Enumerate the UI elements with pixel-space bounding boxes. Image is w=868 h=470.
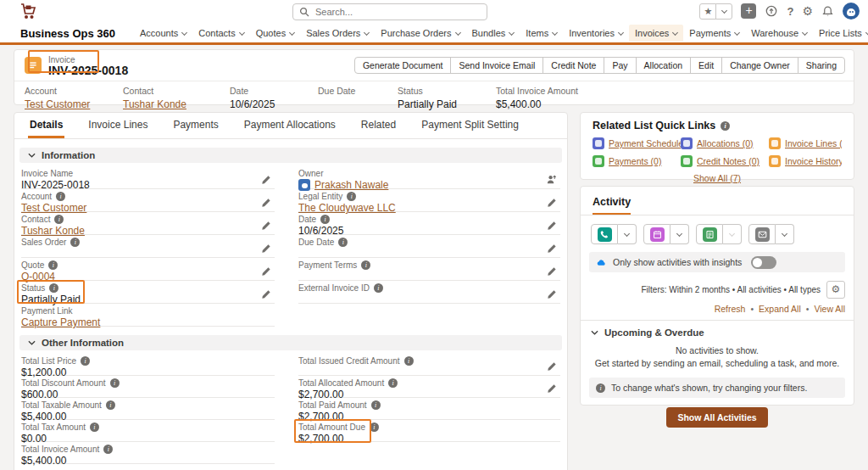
favorites-star-icon[interactable]: ★ (699, 3, 716, 20)
nav-tab-inventories[interactable]: Inventories (563, 25, 629, 42)
edit-pencil-icon[interactable] (547, 383, 557, 394)
nav-tab-quotes[interactable]: Quotes (250, 25, 300, 42)
nav-tab-payments[interactable]: Payments (683, 25, 745, 42)
guidance-center-icon[interactable] (765, 4, 778, 18)
chevron-down-icon[interactable] (364, 29, 370, 35)
filters-gear-icon[interactable]: ⚙ (826, 281, 845, 299)
chevron-down-icon[interactable] (181, 29, 187, 35)
related-link-payments[interactable]: Payments (0) (593, 155, 681, 167)
section-other-information[interactable]: Other Information (19, 335, 562, 350)
info-icon[interactable] (388, 378, 398, 388)
edit-pencil-icon[interactable] (261, 266, 271, 277)
nav-tab-price-lists[interactable]: Price Lists (813, 25, 868, 42)
info-icon[interactable] (320, 215, 330, 224)
info-icon[interactable] (54, 215, 64, 224)
related-link-label[interactable]: Invoice History (1) (785, 156, 842, 166)
sharing-button[interactable]: Sharing (798, 57, 845, 74)
chevron-down-icon[interactable] (239, 29, 245, 35)
notifications-bell-icon[interactable] (821, 5, 834, 18)
send-invoice-email-button[interactable]: Send Invoice Email (450, 57, 543, 74)
chevron-down-icon[interactable] (509, 29, 515, 35)
view-all-link[interactable]: View All (814, 304, 845, 314)
log-a-call-button[interactable] (591, 224, 618, 244)
related-link-invoice-history[interactable]: Invoice History (1) (769, 155, 842, 167)
edit-pencil-icon[interactable] (547, 243, 557, 254)
info-icon[interactable] (347, 192, 356, 201)
nav-tab-warehouse[interactable]: Warehouse (745, 25, 813, 42)
nav-tab-accounts[interactable]: Accounts (134, 25, 192, 42)
activity-tab[interactable]: Activity (593, 196, 631, 215)
log-a-call-dropdown[interactable] (618, 224, 637, 244)
chevron-down-icon[interactable] (802, 29, 808, 35)
nav-tab-contacts[interactable]: Contacts (192, 25, 249, 42)
chevron-down-icon[interactable] (454, 29, 460, 35)
related-link-allocations[interactable]: Allocations (0) (681, 137, 769, 149)
tab-payment-split-setting[interactable]: Payment Split Setting (420, 113, 520, 138)
chevron-down-icon[interactable] (552, 29, 558, 35)
info-icon[interactable] (371, 400, 381, 410)
contact-link[interactable]: Tushar Konde (123, 98, 230, 110)
chevron-down-icon[interactable] (672, 29, 678, 35)
expand-all-link[interactable]: Expand All (759, 304, 814, 314)
pay-button[interactable]: Pay (604, 57, 636, 74)
change-owner-button[interactable]: Change Owner (721, 57, 798, 74)
account-link[interactable]: Test Customer (25, 98, 123, 110)
new-event-button[interactable] (643, 224, 670, 244)
refresh-link[interactable]: Refresh (715, 304, 759, 314)
upcoming-overdue-section[interactable]: Upcoming & Overdue (581, 320, 854, 338)
generate-document-button[interactable]: Generate Document (354, 57, 452, 74)
nav-tab-bundles[interactable]: Bundles (466, 25, 520, 42)
email-dropdown[interactable] (776, 224, 794, 244)
edit-pencil-icon[interactable] (547, 289, 557, 299)
nav-tab-items[interactable]: Items (520, 25, 563, 42)
help-icon[interactable]: ? (787, 5, 793, 18)
info-icon[interactable] (70, 238, 80, 247)
show-all-activities-button[interactable]: Show All Activities (666, 407, 767, 428)
related-link-payment-schedules[interactable]: Payment Schedules (2) (593, 137, 681, 149)
user-avatar[interactable] (843, 3, 860, 20)
related-link-label[interactable]: Credit Notes (0) (697, 156, 760, 166)
tab-related[interactable]: Related (359, 113, 398, 138)
edit-button[interactable]: Edit (690, 57, 722, 74)
chevron-down-icon[interactable] (734, 29, 740, 35)
edit-pencil-icon[interactable] (261, 175, 271, 185)
edit-pencil-icon[interactable] (261, 289, 271, 299)
tab-payment-allocations[interactable]: Payment Allocations (242, 113, 337, 138)
info-icon[interactable] (56, 192, 65, 201)
section-information[interactable]: Information (19, 148, 562, 163)
credit-note-button[interactable]: Credit Note (542, 57, 604, 74)
related-link-label[interactable]: Payment Schedules (2) (609, 138, 681, 148)
info-icon[interactable] (404, 356, 414, 366)
info-icon[interactable] (81, 356, 90, 366)
info-icon[interactable] (361, 260, 370, 270)
email-button[interactable] (748, 224, 776, 244)
chevron-down-icon[interactable] (289, 29, 295, 35)
edit-pencil-icon[interactable] (547, 361, 557, 372)
insights-toggle[interactable] (751, 256, 776, 269)
nav-tab-purchase-orders[interactable]: Purchase Orders (375, 25, 465, 42)
info-icon[interactable] (48, 260, 58, 270)
related-link-credit-notes[interactable]: Credit Notes (0) (681, 155, 769, 167)
nav-tab-invoices[interactable]: Invoices (629, 25, 683, 42)
related-link-label[interactable]: Invoice Lines (2) (785, 138, 842, 148)
info-icon[interactable] (338, 238, 348, 247)
info-icon[interactable] (370, 422, 379, 432)
info-icon[interactable] (106, 400, 115, 410)
global-actions-icon[interactable]: + (741, 3, 756, 19)
setup-gear-icon[interactable]: ⚙ (802, 3, 813, 19)
new-task-button[interactable] (696, 224, 723, 244)
show-all-link[interactable]: Show All (7) (693, 173, 741, 183)
capture-payment-link[interactable]: Capture Payment (21, 316, 275, 328)
tab-payments[interactable]: Payments (171, 113, 220, 138)
allocation-button[interactable]: Allocation (636, 57, 692, 74)
info-icon[interactable] (721, 121, 730, 131)
edit-pencil-icon[interactable] (261, 243, 271, 254)
info-icon[interactable] (49, 283, 58, 293)
search-input[interactable] (292, 3, 487, 20)
info-icon[interactable] (90, 422, 99, 432)
edit-pencil-icon[interactable] (547, 198, 557, 208)
edit-pencil-icon[interactable] (261, 221, 271, 231)
info-icon[interactable] (374, 283, 383, 293)
tab-invoice-lines[interactable]: Invoice Lines (86, 113, 149, 138)
edit-pencil-icon[interactable] (261, 198, 271, 208)
